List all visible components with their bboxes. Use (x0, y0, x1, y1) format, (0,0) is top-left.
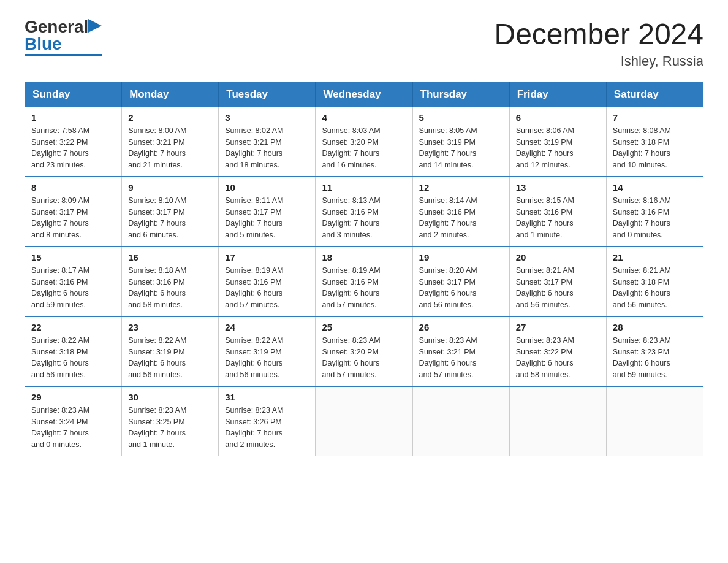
day-info: Sunrise: 8:15 AMSunset: 3:16 PMDaylight:… (516, 195, 600, 241)
day-cell: 31 Sunrise: 8:23 AMSunset: 3:26 PMDaylig… (219, 386, 316, 456)
day-number: 30 (128, 392, 212, 402)
day-info: Sunrise: 8:21 AMSunset: 3:18 PMDaylight:… (613, 265, 697, 311)
day-info: Sunrise: 8:22 AMSunset: 3:19 PMDaylight:… (128, 335, 212, 381)
day-info: Sunrise: 8:02 AMSunset: 3:21 PMDaylight:… (225, 125, 309, 171)
day-number: 22 (31, 322, 115, 332)
day-info: Sunrise: 8:05 AMSunset: 3:19 PMDaylight:… (419, 125, 503, 171)
day-info: Sunrise: 8:19 AMSunset: 3:16 PMDaylight:… (322, 265, 406, 311)
day-info: Sunrise: 8:23 AMSunset: 3:23 PMDaylight:… (613, 335, 697, 381)
day-number: 9 (128, 182, 212, 193)
day-info: Sunrise: 8:11 AMSunset: 3:17 PMDaylight:… (225, 195, 309, 241)
day-cell: 28 Sunrise: 8:23 AMSunset: 3:23 PMDaylig… (606, 316, 703, 386)
day-cell (606, 386, 703, 456)
day-info: Sunrise: 8:23 AMSunset: 3:22 PMDaylight:… (516, 335, 600, 381)
day-number: 28 (613, 322, 697, 332)
day-info: Sunrise: 8:00 AMSunset: 3:21 PMDaylight:… (128, 125, 212, 171)
day-cell: 13 Sunrise: 8:15 AMSunset: 3:16 PMDaylig… (509, 177, 606, 247)
header-monday: Monday (122, 82, 219, 107)
day-cell: 27 Sunrise: 8:23 AMSunset: 3:22 PMDaylig… (509, 316, 606, 386)
header-wednesday: Wednesday (316, 82, 412, 107)
day-cell: 2 Sunrise: 8:00 AMSunset: 3:21 PMDayligh… (122, 107, 219, 177)
day-number: 29 (31, 392, 115, 402)
day-cell: 30 Sunrise: 8:23 AMSunset: 3:25 PMDaylig… (122, 386, 219, 456)
day-cell: 24 Sunrise: 8:22 AMSunset: 3:19 PMDaylig… (219, 316, 316, 386)
day-cell: 3 Sunrise: 8:02 AMSunset: 3:21 PMDayligh… (219, 107, 316, 177)
day-info: Sunrise: 8:17 AMSunset: 3:16 PMDaylight:… (31, 265, 115, 311)
header-tuesday: Tuesday (219, 82, 316, 107)
day-cell: 23 Sunrise: 8:22 AMSunset: 3:19 PMDaylig… (122, 316, 219, 386)
day-number: 27 (516, 322, 600, 332)
day-info: Sunrise: 8:20 AMSunset: 3:17 PMDaylight:… (419, 265, 503, 311)
day-cell: 26 Sunrise: 8:23 AMSunset: 3:21 PMDaylig… (412, 316, 509, 386)
day-number: 11 (322, 182, 406, 193)
day-info: Sunrise: 8:21 AMSunset: 3:17 PMDaylight:… (516, 265, 600, 311)
day-cell: 29 Sunrise: 8:23 AMSunset: 3:24 PMDaylig… (25, 386, 122, 456)
week-row-5: 29 Sunrise: 8:23 AMSunset: 3:24 PMDaylig… (25, 386, 703, 456)
logo-blue-text: Blue (25, 36, 62, 53)
day-number: 20 (516, 252, 600, 262)
day-cell: 16 Sunrise: 8:18 AMSunset: 3:16 PMDaylig… (122, 247, 219, 316)
week-row-1: 1 Sunrise: 7:58 AMSunset: 3:22 PMDayligh… (25, 107, 703, 177)
day-info: Sunrise: 8:23 AMSunset: 3:24 PMDaylight:… (31, 405, 115, 451)
day-number: 16 (128, 252, 212, 262)
day-info: Sunrise: 8:23 AMSunset: 3:21 PMDaylight:… (419, 335, 503, 381)
day-info: Sunrise: 8:22 AMSunset: 3:18 PMDaylight:… (31, 335, 115, 381)
day-info: Sunrise: 8:16 AMSunset: 3:16 PMDaylight:… (613, 195, 697, 241)
location-subtitle: Ishley, Russia (494, 53, 703, 69)
header-saturday: Saturday (606, 82, 703, 107)
day-cell: 12 Sunrise: 8:14 AMSunset: 3:16 PMDaylig… (412, 177, 509, 247)
day-number: 24 (225, 322, 309, 332)
day-number: 23 (128, 322, 212, 332)
day-cell: 6 Sunrise: 8:06 AMSunset: 3:19 PMDayligh… (509, 107, 606, 177)
day-number: 8 (31, 182, 115, 193)
day-number: 26 (419, 322, 503, 332)
day-info: Sunrise: 7:58 AMSunset: 3:22 PMDaylight:… (31, 125, 115, 171)
calendar-table: Sunday Monday Tuesday Wednesday Thursday… (25, 82, 703, 456)
week-row-4: 22 Sunrise: 8:22 AMSunset: 3:18 PMDaylig… (25, 316, 703, 386)
header-sunday: Sunday (25, 82, 122, 107)
logo-general-text: General (25, 18, 88, 36)
day-cell: 22 Sunrise: 8:22 AMSunset: 3:18 PMDaylig… (25, 316, 122, 386)
header-thursday: Thursday (412, 82, 509, 107)
day-number: 25 (322, 322, 406, 332)
header-friday: Friday (509, 82, 606, 107)
day-info: Sunrise: 8:08 AMSunset: 3:18 PMDaylight:… (613, 125, 697, 171)
day-cell (412, 386, 509, 456)
day-cell: 15 Sunrise: 8:17 AMSunset: 3:16 PMDaylig… (25, 247, 122, 316)
day-number: 15 (31, 252, 115, 262)
day-cell (316, 386, 412, 456)
day-info: Sunrise: 8:10 AMSunset: 3:17 PMDaylight:… (128, 195, 212, 241)
logo-arrow-icon (88, 19, 102, 33)
day-info: Sunrise: 8:23 AMSunset: 3:20 PMDaylight:… (322, 335, 406, 381)
day-info: Sunrise: 8:09 AMSunset: 3:17 PMDaylight:… (31, 195, 115, 241)
day-number: 12 (419, 182, 503, 193)
day-cell: 19 Sunrise: 8:20 AMSunset: 3:17 PMDaylig… (412, 247, 509, 316)
day-number: 6 (516, 112, 600, 123)
day-number: 13 (516, 182, 600, 193)
day-cell: 10 Sunrise: 8:11 AMSunset: 3:17 PMDaylig… (219, 177, 316, 247)
day-cell: 17 Sunrise: 8:19 AMSunset: 3:16 PMDaylig… (219, 247, 316, 316)
day-number: 17 (225, 252, 309, 262)
page-header: General Blue December 2024 Ishley, Russi… (25, 18, 703, 69)
day-cell: 11 Sunrise: 8:13 AMSunset: 3:16 PMDaylig… (316, 177, 412, 247)
day-info: Sunrise: 8:06 AMSunset: 3:19 PMDaylight:… (516, 125, 600, 171)
title-block: December 2024 Ishley, Russia (494, 18, 703, 69)
svg-marker-0 (88, 19, 102, 33)
day-info: Sunrise: 8:14 AMSunset: 3:16 PMDaylight:… (419, 195, 503, 241)
day-number: 7 (613, 112, 697, 123)
week-row-2: 8 Sunrise: 8:09 AMSunset: 3:17 PMDayligh… (25, 177, 703, 247)
day-info: Sunrise: 8:19 AMSunset: 3:16 PMDaylight:… (225, 265, 309, 311)
day-cell: 25 Sunrise: 8:23 AMSunset: 3:20 PMDaylig… (316, 316, 412, 386)
day-cell: 14 Sunrise: 8:16 AMSunset: 3:16 PMDaylig… (606, 177, 703, 247)
day-number: 4 (322, 112, 406, 123)
day-cell: 4 Sunrise: 8:03 AMSunset: 3:20 PMDayligh… (316, 107, 412, 177)
day-number: 3 (225, 112, 309, 123)
day-number: 2 (128, 112, 212, 123)
day-number: 1 (31, 112, 115, 123)
day-number: 5 (419, 112, 503, 123)
day-cell: 7 Sunrise: 8:08 AMSunset: 3:18 PMDayligh… (606, 107, 703, 177)
month-year-title: December 2024 (494, 18, 703, 51)
day-number: 18 (322, 252, 406, 262)
day-cell: 21 Sunrise: 8:21 AMSunset: 3:18 PMDaylig… (606, 247, 703, 316)
weekday-header-row: Sunday Monday Tuesday Wednesday Thursday… (25, 82, 703, 107)
